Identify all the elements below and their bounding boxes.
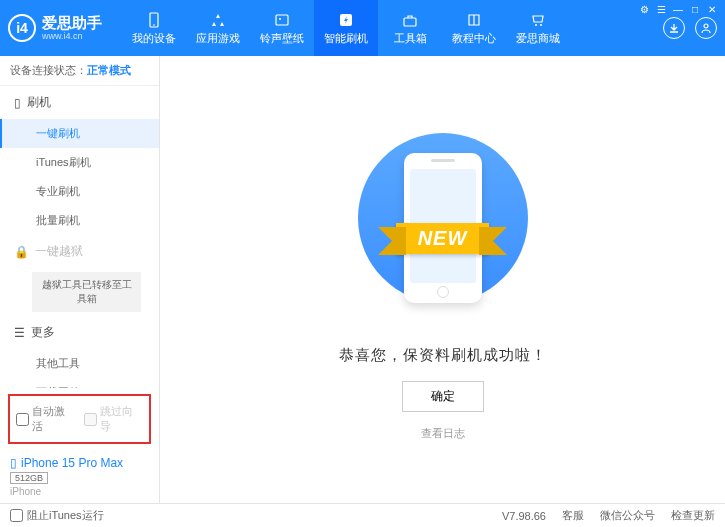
menu-download-firmware[interactable]: 下载固件 (0, 378, 159, 388)
nav-tutorials[interactable]: 教程中心 (442, 0, 506, 56)
svg-point-8 (704, 24, 708, 28)
skip-guide-checkbox[interactable]: 跳过向导 (84, 404, 144, 434)
phone-small-icon: ▯ (14, 96, 21, 110)
status-value: 正常模式 (87, 64, 131, 76)
list-icon: ☰ (14, 326, 25, 340)
device-status: 设备连接状态：正常模式 (0, 56, 159, 86)
nav-smart-flash[interactable]: 智能刷机 (314, 0, 378, 56)
view-log-link[interactable]: 查看日志 (421, 426, 465, 441)
svg-rect-2 (276, 15, 288, 25)
sidebar: 设备连接状态：正常模式 ▯刷机 一键刷机 iTunes刷机 专业刷机 批量刷机 … (0, 56, 160, 503)
download-button[interactable] (663, 17, 685, 39)
menu-icon[interactable]: ☰ (654, 3, 668, 15)
customer-service-link[interactable]: 客服 (562, 508, 584, 523)
window-controls: ⚙ ☰ — □ ✕ (637, 3, 719, 15)
auto-activate-checkbox[interactable]: 自动激活 (16, 404, 76, 434)
menu-itunes-flash[interactable]: iTunes刷机 (0, 148, 159, 177)
device-info: ▯iPhone 15 Pro Max 512GB iPhone (0, 450, 159, 503)
svg-point-7 (540, 24, 542, 26)
phone-icon (145, 11, 163, 29)
menu-oneclick-flash[interactable]: 一键刷机 (0, 119, 159, 148)
device-name[interactable]: ▯iPhone 15 Pro Max (10, 456, 149, 470)
device-type: iPhone (10, 486, 149, 497)
apps-icon (209, 11, 227, 29)
block-itunes-checkbox[interactable]: 阻止iTunes运行 (10, 508, 104, 523)
image-icon (273, 11, 291, 29)
svg-point-6 (535, 24, 537, 26)
toolbox-icon (401, 11, 419, 29)
ok-button[interactable]: 确定 (402, 381, 484, 412)
menu-pro-flash[interactable]: 专业刷机 (0, 177, 159, 206)
app-logo: i4 爱思助手 www.i4.cn (8, 14, 102, 42)
menu-other-tools[interactable]: 其他工具 (0, 349, 159, 378)
app-header: ⚙ ☰ — □ ✕ i4 爱思助手 www.i4.cn 我的设备 应用游戏 铃声… (0, 0, 725, 56)
main-content: NEW 恭喜您，保资料刷机成功啦！ 确定 查看日志 (160, 56, 725, 503)
nav-store[interactable]: 爱思商城 (506, 0, 570, 56)
book-icon (465, 11, 483, 29)
jailbreak-moved-notice: 越狱工具已转移至工具箱 (32, 272, 141, 312)
app-url: www.i4.cn (42, 31, 102, 41)
device-storage: 512GB (10, 472, 48, 484)
version-label: V7.98.66 (502, 510, 546, 522)
success-message: 恭喜您，保资料刷机成功啦！ (339, 346, 547, 365)
svg-point-3 (279, 18, 281, 20)
success-illustration: NEW (353, 128, 533, 328)
minimize-icon[interactable]: — (671, 3, 685, 15)
svg-rect-5 (404, 18, 416, 26)
settings-icon[interactable]: ⚙ (637, 3, 651, 15)
logo-icon: i4 (8, 14, 36, 42)
maximize-icon[interactable]: □ (688, 3, 702, 15)
header-actions (663, 17, 717, 39)
nav-ringtones[interactable]: 铃声壁纸 (250, 0, 314, 56)
nav-toolbox[interactable]: 工具箱 (378, 0, 442, 56)
options-highlighted: 自动激活 跳过向导 (8, 394, 151, 444)
device-icon: ▯ (10, 456, 17, 470)
group-more[interactable]: ☰更多 (0, 316, 159, 349)
nav-my-device[interactable]: 我的设备 (122, 0, 186, 56)
wechat-link[interactable]: 微信公众号 (600, 508, 655, 523)
close-icon[interactable]: ✕ (705, 3, 719, 15)
sidebar-menu: ▯刷机 一键刷机 iTunes刷机 专业刷机 批量刷机 🔒一键越狱 越狱工具已转… (0, 86, 159, 388)
nav-apps-games[interactable]: 应用游戏 (186, 0, 250, 56)
group-flash[interactable]: ▯刷机 (0, 86, 159, 119)
svg-point-1 (153, 24, 155, 26)
lock-icon: 🔒 (14, 245, 29, 259)
app-name: 爱思助手 (42, 15, 102, 32)
check-update-link[interactable]: 检查更新 (671, 508, 715, 523)
user-button[interactable] (695, 17, 717, 39)
cart-icon (529, 11, 547, 29)
footer: 阻止iTunes运行 V7.98.66 客服 微信公众号 检查更新 (0, 503, 725, 527)
group-jailbreak: 🔒一键越狱 (0, 235, 159, 268)
flash-icon (337, 11, 355, 29)
menu-batch-flash[interactable]: 批量刷机 (0, 206, 159, 235)
new-ribbon: NEW (396, 223, 490, 254)
main-nav: 我的设备 应用游戏 铃声壁纸 智能刷机 工具箱 教程中心 爱思商城 (122, 0, 663, 56)
